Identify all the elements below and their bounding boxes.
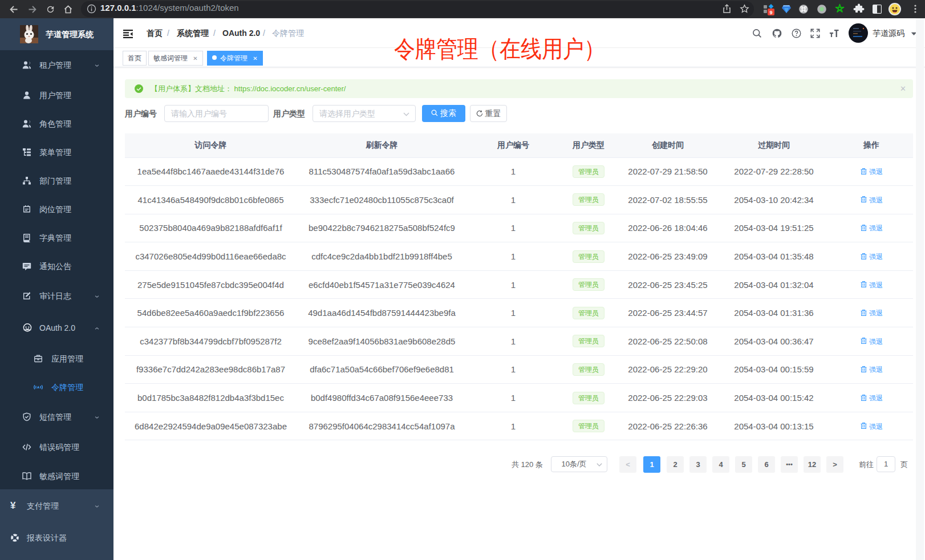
svg-text:9: 9 bbox=[769, 10, 772, 15]
